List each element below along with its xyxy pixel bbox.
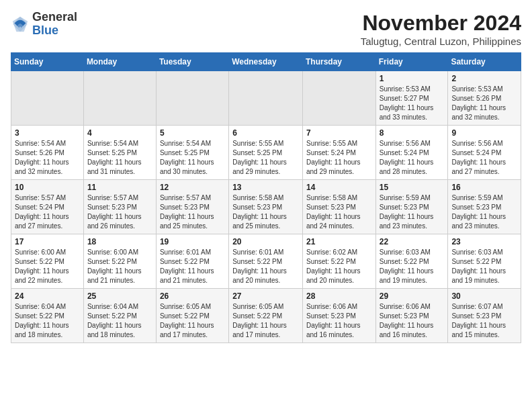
- calendar-cell: [11, 71, 84, 126]
- day-number: 25: [87, 291, 152, 301]
- calendar-week-1: 1Sunrise: 5:53 AM Sunset: 5:27 PM Daylig…: [11, 71, 521, 126]
- weekday-header-thursday: Thursday: [302, 53, 375, 71]
- calendar-cell: 28Sunrise: 6:06 AM Sunset: 5:23 PM Dayli…: [302, 289, 375, 343]
- day-number: 21: [306, 237, 372, 246]
- day-number: 17: [15, 237, 80, 246]
- calendar-cell: 19Sunrise: 6:01 AM Sunset: 5:22 PM Dayli…: [156, 234, 228, 289]
- day-info: Sunrise: 6:03 AM Sunset: 5:22 PM Dayligh…: [451, 248, 517, 285]
- calendar-cell: 12Sunrise: 5:57 AM Sunset: 5:23 PM Dayli…: [156, 180, 228, 234]
- calendar-cell: 21Sunrise: 6:02 AM Sunset: 5:22 PM Dayli…: [302, 234, 375, 289]
- page-subtitle: Talugtug, Central Luzon, Philippines: [361, 36, 521, 47]
- calendar-cell: 29Sunrise: 6:06 AM Sunset: 5:23 PM Dayli…: [375, 289, 448, 343]
- day-number: 12: [160, 183, 225, 192]
- calendar-cell: [302, 71, 375, 126]
- day-info: Sunrise: 6:06 AM Sunset: 5:23 PM Dayligh…: [380, 302, 445, 340]
- calendar-cell: 15Sunrise: 5:59 AM Sunset: 5:23 PM Dayli…: [375, 180, 448, 234]
- day-number: 1: [380, 74, 445, 83]
- logo-general: General: [32, 11, 77, 24]
- day-number: 28: [306, 291, 372, 301]
- day-info: Sunrise: 6:00 AM Sunset: 5:22 PM Dayligh…: [15, 248, 80, 285]
- logo-blue: Blue: [32, 24, 77, 38]
- day-info: Sunrise: 5:59 AM Sunset: 5:23 PM Dayligh…: [380, 193, 445, 231]
- day-number: 10: [15, 183, 80, 192]
- day-number: 6: [232, 128, 299, 138]
- weekday-header-friday: Friday: [375, 53, 448, 71]
- day-number: 14: [306, 183, 372, 192]
- day-info: Sunrise: 6:04 AM Sunset: 5:22 PM Dayligh…: [87, 302, 152, 340]
- calendar-cell: 24Sunrise: 6:04 AM Sunset: 5:22 PM Dayli…: [11, 289, 84, 343]
- day-number: 9: [451, 128, 517, 138]
- day-info: Sunrise: 5:54 AM Sunset: 5:25 PM Dayligh…: [160, 139, 225, 177]
- day-info: Sunrise: 5:57 AM Sunset: 5:24 PM Dayligh…: [15, 193, 80, 231]
- day-info: Sunrise: 6:00 AM Sunset: 5:22 PM Dayligh…: [87, 248, 152, 285]
- day-number: 2: [451, 74, 517, 83]
- calendar-table: SundayMondayTuesdayWednesdayThursdayFrid…: [11, 52, 521, 343]
- calendar-cell: 22Sunrise: 6:03 AM Sunset: 5:22 PM Dayli…: [375, 234, 448, 289]
- day-info: Sunrise: 6:02 AM Sunset: 5:22 PM Dayligh…: [306, 248, 372, 285]
- calendar-cell: 2Sunrise: 5:53 AM Sunset: 5:26 PM Daylig…: [448, 71, 521, 126]
- calendar-cell: 26Sunrise: 6:05 AM Sunset: 5:22 PM Dayli…: [156, 289, 228, 343]
- day-number: 3: [15, 128, 80, 138]
- calendar-cell: 23Sunrise: 6:03 AM Sunset: 5:22 PM Dayli…: [448, 234, 521, 289]
- calendar-cell: 30Sunrise: 6:07 AM Sunset: 5:23 PM Dayli…: [448, 289, 521, 343]
- day-info: Sunrise: 5:53 AM Sunset: 5:27 PM Dayligh…: [380, 85, 445, 122]
- weekday-header-wednesday: Wednesday: [229, 53, 303, 71]
- calendar-cell: 14Sunrise: 5:58 AM Sunset: 5:23 PM Dayli…: [302, 180, 375, 234]
- day-info: Sunrise: 6:01 AM Sunset: 5:22 PM Dayligh…: [232, 248, 299, 285]
- weekday-header-saturday: Saturday: [448, 53, 521, 71]
- day-number: 4: [87, 128, 152, 138]
- day-number: 29: [380, 291, 445, 301]
- calendar-cell: 4Sunrise: 5:54 AM Sunset: 5:25 PM Daylig…: [83, 126, 156, 180]
- day-info: Sunrise: 5:58 AM Sunset: 5:23 PM Dayligh…: [306, 193, 372, 231]
- day-info: Sunrise: 6:07 AM Sunset: 5:23 PM Dayligh…: [451, 302, 517, 340]
- weekday-header-monday: Monday: [83, 53, 156, 71]
- weekday-header-sunday: Sunday: [11, 53, 84, 71]
- day-info: Sunrise: 6:01 AM Sunset: 5:22 PM Dayligh…: [160, 248, 225, 285]
- calendar-week-2: 3Sunrise: 5:54 AM Sunset: 5:26 PM Daylig…: [11, 126, 521, 180]
- day-number: 11: [87, 183, 152, 192]
- day-number: 8: [380, 128, 445, 138]
- day-info: Sunrise: 6:06 AM Sunset: 5:23 PM Dayligh…: [306, 302, 372, 340]
- day-number: 30: [451, 291, 517, 301]
- calendar-cell: 7Sunrise: 5:55 AM Sunset: 5:24 PM Daylig…: [302, 126, 375, 180]
- day-info: Sunrise: 5:54 AM Sunset: 5:26 PM Dayligh…: [15, 139, 80, 177]
- day-info: Sunrise: 5:53 AM Sunset: 5:26 PM Dayligh…: [451, 85, 517, 122]
- day-info: Sunrise: 5:57 AM Sunset: 5:23 PM Dayligh…: [87, 193, 152, 231]
- calendar-cell: 10Sunrise: 5:57 AM Sunset: 5:24 PM Dayli…: [11, 180, 84, 234]
- calendar-cell: 20Sunrise: 6:01 AM Sunset: 5:22 PM Dayli…: [229, 234, 303, 289]
- day-info: Sunrise: 5:54 AM Sunset: 5:25 PM Dayligh…: [87, 139, 152, 177]
- title-block: November 2024 Talugtug, Central Luzon, P…: [361, 11, 521, 47]
- day-number: 16: [451, 183, 517, 192]
- day-number: 26: [160, 291, 225, 301]
- calendar-cell: 11Sunrise: 5:57 AM Sunset: 5:23 PM Dayli…: [83, 180, 156, 234]
- calendar-cell: 5Sunrise: 5:54 AM Sunset: 5:25 PM Daylig…: [156, 126, 228, 180]
- calendar-cell: 16Sunrise: 5:59 AM Sunset: 5:23 PM Dayli…: [448, 180, 521, 234]
- calendar-cell: 27Sunrise: 6:05 AM Sunset: 5:22 PM Dayli…: [229, 289, 303, 343]
- calendar-cell: 18Sunrise: 6:00 AM Sunset: 5:22 PM Dayli…: [83, 234, 156, 289]
- day-info: Sunrise: 5:56 AM Sunset: 5:24 PM Dayligh…: [451, 139, 517, 177]
- calendar-cell: 6Sunrise: 5:55 AM Sunset: 5:25 PM Daylig…: [229, 126, 303, 180]
- calendar-header-row: SundayMondayTuesdayWednesdayThursdayFrid…: [11, 53, 521, 71]
- day-number: 18: [87, 237, 152, 246]
- calendar-cell: 13Sunrise: 5:58 AM Sunset: 5:23 PM Dayli…: [229, 180, 303, 234]
- day-number: 7: [306, 128, 372, 138]
- day-info: Sunrise: 5:59 AM Sunset: 5:23 PM Dayligh…: [451, 193, 517, 231]
- day-info: Sunrise: 6:05 AM Sunset: 5:22 PM Dayligh…: [160, 302, 225, 340]
- calendar-cell: [83, 71, 156, 126]
- calendar-week-4: 17Sunrise: 6:00 AM Sunset: 5:22 PM Dayli…: [11, 234, 521, 289]
- day-number: 20: [232, 237, 299, 246]
- calendar-cell: [229, 71, 303, 126]
- day-info: Sunrise: 6:03 AM Sunset: 5:22 PM Dayligh…: [380, 248, 445, 285]
- logo-text: General Blue: [32, 11, 77, 38]
- day-number: 27: [232, 291, 299, 301]
- day-info: Sunrise: 5:55 AM Sunset: 5:24 PM Dayligh…: [306, 139, 372, 177]
- page-title: November 2024: [361, 11, 521, 36]
- day-number: 5: [160, 128, 225, 138]
- calendar-week-5: 24Sunrise: 6:04 AM Sunset: 5:22 PM Dayli…: [11, 289, 521, 343]
- day-info: Sunrise: 5:57 AM Sunset: 5:23 PM Dayligh…: [160, 193, 225, 231]
- logo-icon: [11, 15, 30, 34]
- weekday-header-tuesday: Tuesday: [156, 53, 228, 71]
- day-number: 23: [451, 237, 517, 246]
- day-info: Sunrise: 5:56 AM Sunset: 5:24 PM Dayligh…: [380, 139, 445, 177]
- page-header: General Blue November 2024 Talugtug, Cen…: [11, 11, 521, 47]
